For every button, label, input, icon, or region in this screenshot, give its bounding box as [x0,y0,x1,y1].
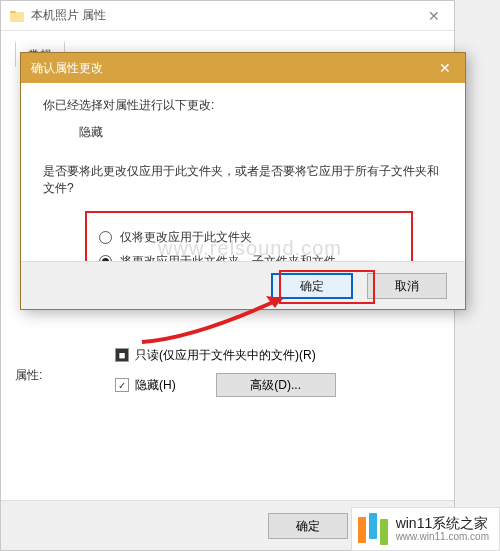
radio-this-folder-only-label: 仅将更改应用于此文件夹 [120,229,252,246]
properties-titlebar[interactable]: 本机照片 属性 ✕ [1,1,454,31]
brand-url: www.win11.com.com [396,531,489,542]
readonly-label: 只读(仅应用于文件夹中的文件)(R) [135,347,316,364]
confirm-dialog: 确认属性更改 ✕ 你已经选择对属性进行以下更改: 隐藏 是否要将此更改仅应用于此… [20,52,466,310]
brand-logo-icon [358,513,388,545]
advanced-button[interactable]: 高级(D)... [216,373,336,397]
confirm-close-button[interactable]: ✕ [425,53,465,83]
confirm-line1: 你已经选择对属性进行以下更改: [43,97,443,114]
attributes-label: 属性: [15,367,115,384]
properties-close-button[interactable]: ✕ [414,1,454,31]
properties-ok-button[interactable]: 确定 [268,513,348,539]
confirm-title: 确认属性更改 [31,60,103,77]
hidden-checkbox[interactable] [115,378,129,392]
confirm-button-bar: 确定 取消 [21,261,465,309]
properties-title: 本机照片 属性 [31,7,414,24]
properties-attributes-section: 属性: ■ 只读(仅应用于文件夹中的文件)(R) 隐藏(H) 高级(D)... [15,321,435,405]
brand-name: win11系统之家 [396,516,489,531]
hidden-label: 隐藏(H) [135,377,176,394]
brand-badge: win11系统之家 www.win11.com.com [351,507,500,551]
confirm-cancel-button[interactable]: 取消 [367,273,447,299]
confirm-ok-button[interactable]: 确定 [271,273,353,299]
radio-this-folder-only[interactable] [99,231,112,244]
confirm-line3: 是否要将此更改仅应用于此文件夹，或者是否要将它应用于所有子文件夹和文件? [43,163,443,197]
confirm-titlebar[interactable]: 确认属性更改 ✕ [21,53,465,83]
confirm-body: 你已经选择对属性进行以下更改: 隐藏 是否要将此更改仅应用于此文件夹，或者是否要… [21,83,465,287]
readonly-checkbox[interactable]: ■ [115,348,129,362]
folder-icon [9,8,25,24]
confirm-line2: 隐藏 [79,124,443,141]
